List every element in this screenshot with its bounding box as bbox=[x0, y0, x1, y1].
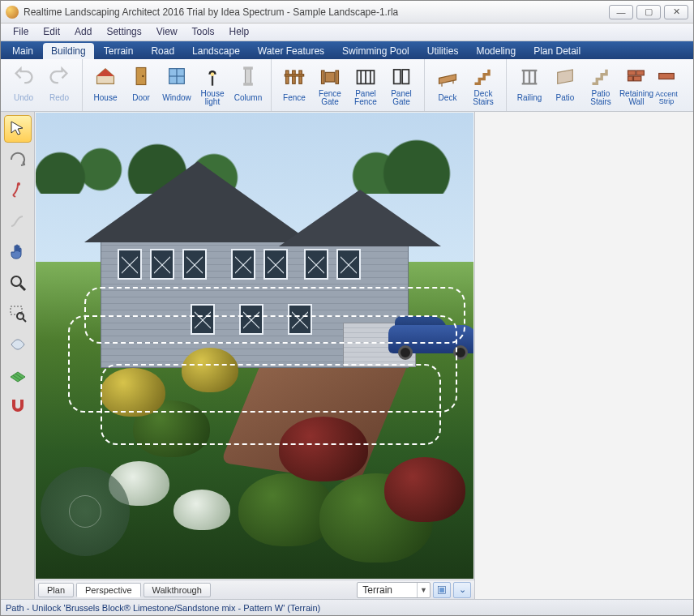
tab-landscape[interactable]: Landscape bbox=[184, 43, 248, 59]
layer-visibility-button[interactable] bbox=[433, 582, 451, 598]
fence-gate-button[interactable]: Fence Gate bbox=[312, 62, 348, 109]
layer-combo-value: Terrain bbox=[358, 584, 417, 596]
chevron-down-icon: ⌄ bbox=[459, 584, 466, 595]
menu-add[interactable]: Add bbox=[67, 24, 99, 41]
window-button[interactable]: Window bbox=[159, 62, 195, 109]
scene-render bbox=[36, 113, 473, 579]
house-icon bbox=[93, 64, 118, 88]
svg-point-36 bbox=[11, 276, 21, 286]
menu-view[interactable]: View bbox=[149, 24, 185, 41]
statusbar: Path - Unilock 'Brussels Block® Limeston… bbox=[1, 599, 693, 615]
navigation-compass[interactable] bbox=[41, 467, 130, 556]
column-button[interactable]: Column bbox=[230, 62, 266, 109]
svg-point-6 bbox=[211, 72, 215, 76]
patio-icon bbox=[553, 64, 577, 88]
titlebar: Realtime Landscaping Architect 2016 Tria… bbox=[1, 1, 693, 24]
svg-rect-31 bbox=[636, 71, 644, 75]
fence-icon bbox=[282, 64, 306, 88]
house-button[interactable]: House bbox=[88, 62, 123, 109]
patio-stairs-button[interactable]: Patio Stairs bbox=[583, 62, 619, 109]
tab-terrain[interactable]: Terrain bbox=[96, 43, 142, 59]
redo-button[interactable]: Redo bbox=[41, 62, 77, 109]
panel-gate-button[interactable]: Panel Gate bbox=[383, 62, 419, 109]
menu-tools[interactable]: Tools bbox=[185, 24, 222, 41]
ribbon-group-patio: Railing Patio Patio Stairs Retaining Wal… bbox=[507, 59, 683, 111]
view-tab-perspective[interactable]: Perspective bbox=[76, 583, 140, 597]
retaining-wall-button[interactable]: Retaining Wall bbox=[619, 62, 654, 109]
svg-rect-13 bbox=[285, 75, 303, 76]
svg-rect-16 bbox=[325, 72, 335, 82]
window-icon bbox=[165, 64, 189, 88]
svg-rect-22 bbox=[402, 69, 409, 83]
door-button[interactable]: Door bbox=[123, 62, 159, 109]
walk-tool[interactable] bbox=[4, 177, 32, 204]
tab-utilities[interactable]: Utilities bbox=[419, 43, 467, 59]
svg-rect-8 bbox=[243, 66, 253, 70]
layer-combo[interactable]: Terrain ▼ bbox=[357, 582, 431, 598]
svg-rect-9 bbox=[243, 83, 253, 86]
select-tool[interactable] bbox=[4, 115, 32, 143]
maximize-button[interactable]: ▢ bbox=[636, 5, 661, 19]
brick-wall-icon bbox=[624, 64, 649, 88]
minimize-button[interactable]: — bbox=[609, 5, 633, 19]
deck-icon bbox=[435, 64, 460, 88]
chevron-down-icon: ▼ bbox=[417, 583, 430, 597]
layer-dropdown-button[interactable]: ⌄ bbox=[453, 582, 471, 598]
ribbon-group-history: Undo Redo bbox=[1, 59, 83, 111]
undo-button[interactable]: Undo bbox=[6, 62, 41, 109]
svg-rect-0 bbox=[136, 68, 146, 85]
menu-settings[interactable]: Settings bbox=[99, 24, 148, 41]
pan-tool[interactable] bbox=[4, 238, 32, 266]
app-icon bbox=[6, 6, 19, 19]
tab-modeling[interactable]: Modeling bbox=[468, 43, 524, 59]
door-icon bbox=[129, 64, 153, 88]
deck-stairs-button[interactable]: Deck Stairs bbox=[465, 62, 501, 109]
fly-tool[interactable] bbox=[4, 331, 32, 358]
redo-icon bbox=[47, 64, 71, 88]
svg-rect-12 bbox=[299, 71, 302, 83]
workarea: Plan Perspective Walkthrough Terrain ▼ ⌄ bbox=[1, 112, 693, 599]
zoom-tool[interactable] bbox=[4, 269, 32, 297]
railing-button[interactable]: Railing bbox=[512, 62, 547, 109]
svg-rect-33 bbox=[634, 76, 641, 81]
deck-button[interactable]: Deck bbox=[430, 62, 465, 109]
tab-water-features[interactable]: Water Features bbox=[250, 43, 332, 59]
accent-strip-button[interactable]: Accent Strip bbox=[654, 62, 679, 109]
tab-swimming-pool[interactable]: Swimming Pool bbox=[334, 43, 418, 59]
houselight-button[interactable]: House light bbox=[195, 62, 230, 109]
side-toolbar bbox=[1, 112, 35, 599]
tab-building[interactable]: Building bbox=[43, 43, 94, 59]
panel-fence-icon bbox=[353, 64, 378, 88]
app-window: Realtime Landscaping Architect 2016 Tria… bbox=[0, 0, 694, 616]
orbit-tool[interactable] bbox=[4, 146, 32, 173]
tab-plan-detail[interactable]: Plan Detail bbox=[525, 43, 589, 59]
svg-rect-21 bbox=[394, 69, 401, 83]
menu-edit[interactable]: Edit bbox=[36, 24, 67, 41]
view-footer: Plan Perspective Walkthrough Terrain ▼ ⌄ bbox=[35, 580, 474, 599]
patio-button[interactable]: Patio bbox=[547, 62, 583, 109]
ribbon-tabbar: Main Building Terrain Road Landscape Wat… bbox=[1, 41, 693, 59]
grid-tool[interactable] bbox=[4, 361, 32, 389]
status-text: Path - Unilock 'Brussels Block® Limeston… bbox=[6, 603, 320, 613]
close-button[interactable]: ✕ bbox=[664, 5, 688, 19]
ribbon-group-building: House Door Window House light Column bbox=[83, 59, 272, 111]
menu-help[interactable]: Help bbox=[222, 24, 257, 41]
svg-rect-10 bbox=[286, 71, 289, 83]
panel-fence-button[interactable]: Panel Fence bbox=[348, 62, 383, 109]
3d-viewport[interactable] bbox=[36, 113, 473, 579]
view-tab-plan[interactable]: Plan bbox=[38, 583, 74, 597]
column-icon bbox=[236, 64, 260, 88]
menu-file[interactable]: File bbox=[6, 24, 36, 41]
tab-main[interactable]: Main bbox=[4, 43, 41, 59]
snap-tool[interactable] bbox=[4, 392, 32, 420]
svg-rect-14 bbox=[322, 71, 325, 83]
view-tab-walkthrough[interactable]: Walkthrough bbox=[144, 583, 211, 597]
fence-gate-icon bbox=[318, 64, 342, 88]
patio-stairs-icon bbox=[589, 64, 613, 88]
fence-button[interactable]: Fence bbox=[276, 62, 312, 109]
tab-road[interactable]: Road bbox=[143, 43, 182, 59]
zoom-region-tool[interactable] bbox=[4, 300, 32, 327]
svg-rect-34 bbox=[659, 74, 675, 79]
path-tool[interactable] bbox=[4, 207, 32, 235]
svg-point-35 bbox=[17, 182, 20, 186]
